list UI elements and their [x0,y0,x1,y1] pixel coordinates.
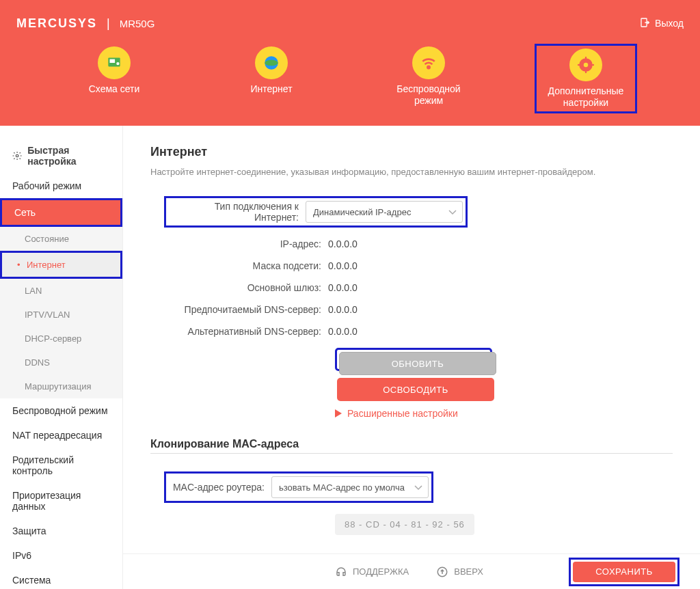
save-button[interactable]: СОХРАНИТЬ [573,562,675,582]
conn-type-highlight: Тип подключения к Интернет: Динамический… [164,196,468,228]
form-area: Тип подключения к Интернет: Динамический… [150,196,673,419]
renew-row: ОБНОВИТЬ [335,348,659,371]
page-title: Интернет [150,145,673,159]
sidebar-security[interactable]: Защита [0,519,122,543]
svg-point-13 [16,154,18,157]
renew-highlight: ОБНОВИТЬ [335,348,492,371]
select-value: Динамический IP-адрес [313,207,455,217]
mask-value: 0.0.0.0 [328,260,358,271]
sidebar-label: Интернет [27,260,66,270]
arrow-up-icon [436,566,448,578]
sidebar-label: Система [12,575,51,586]
header: MERCUSYS | MR50G Выход Схема сети Интерн… [0,0,700,126]
sidebar-wireless[interactable]: Беспроводной режим [0,398,122,423]
gw-value: 0.0.0.0 [328,282,358,293]
svg-rect-12 [591,64,594,66]
globe-icon [255,46,288,79]
topbar: MERCUSYS | MR50G Выход [0,0,700,34]
nav-label: Дополнительные настройки [543,85,628,109]
nav-internet[interactable]: Интернет [220,44,323,113]
svg-rect-11 [578,64,580,66]
mac-highlight: MAC-адрес роутера: ьзовать MAC-адрес по … [164,471,433,503]
mac-select[interactable]: ьзовать MAC-адрес по умолча [271,476,429,498]
bolt-icon [12,150,22,161]
sidebar-sub-ddns[interactable]: DDNS [0,351,122,374]
divider: | [107,16,110,31]
wifi-icon [412,46,445,79]
sidebar-label: DDNS [25,357,50,368]
nav-label: Интернет [250,83,292,95]
sidebar-mode[interactable]: Рабочий режим [0,174,122,198]
page-description: Настройте интернет-соединение, указывая … [150,166,673,178]
gear-icon [569,49,602,81]
chevron-down-icon [448,206,457,218]
sidebar-sub-status[interactable]: Состояние [0,227,122,251]
sidebar-sub-lan[interactable]: LAN [0,279,122,303]
sidebar-sub-routing[interactable]: Маршрутизация [0,374,122,398]
sidebar-label: Состояние [25,234,69,244]
select-value: ьзовать MAC-адрес по умолча [279,482,421,493]
sidebar-qos[interactable]: Приоритезация данных [0,483,122,519]
nav-network-map[interactable]: Схема сети [63,44,165,113]
sidebar-label: LAN [25,286,42,296]
sidebar-sub-dhcp[interactable]: DHCP-сервер [0,327,122,351]
release-row: ОСВОБОДИТЬ [337,378,659,401]
svg-point-5 [265,60,278,66]
ip-label: IP-адрес: [164,238,328,249]
renew-button[interactable]: ОБНОВИТЬ [339,352,496,375]
dns1-label: Предпочитаемый DNS-сервер: [164,304,328,315]
logout-icon [640,17,651,30]
conn-type-label: Тип подключения к Интернет: [169,201,306,223]
sidebar-network[interactable]: Сеть [0,198,122,227]
gw-label: Основной шлюз: [164,282,328,293]
nav-label: Беспроводной режим [384,83,473,107]
map-icon [98,46,131,79]
model-name: MR50G [120,18,155,29]
sidebar-label: Беспроводной режим [12,405,108,416]
sidebar-label: Сеть [14,207,36,218]
dns1-value: 0.0.0.0 [328,304,358,315]
conn-type-select[interactable]: Динамический IP-адрес [306,201,463,223]
sidebar-label: DHCP-сервер [25,333,81,344]
save-highlight: СОХРАНИТЬ [569,558,679,586]
dns2-value: 0.0.0.0 [328,326,358,337]
sidebar-label: Рабочий режим [12,180,81,191]
mask-label: Маска подсети: [164,260,328,271]
logout-link[interactable]: Выход [640,17,684,30]
mac-label: MAC-адрес роутера: [169,482,271,493]
top-label: ВВЕРХ [454,566,483,577]
svg-rect-10 [585,70,587,73]
nav-wireless[interactable]: Беспроводной режим [377,44,480,113]
sidebar-label: Защита [12,525,46,536]
sidebar-ipv6[interactable]: IPv6 [0,543,122,568]
sidebar-nat[interactable]: NAT переадресация [0,423,122,448]
support-label: ПОДДЕРЖКА [353,566,409,577]
advanced-settings-link[interactable]: Расширенные настройки [335,408,659,419]
sidebar-label: IPTV/VLAN [25,310,70,320]
svg-rect-2 [110,59,116,63]
sidebar-sub-iptv[interactable]: IPTV/VLAN [0,303,122,327]
footer-bar: ПОДДЕРЖКА ВВЕРХ СОХРАНИТЬ [123,553,700,589]
adv-link-label: Расширенные настройки [347,408,458,419]
dns2-label: Альтернативный DNS-сервер: [164,326,328,337]
sidebar-label: Маршрутизация [25,381,92,392]
conn-type-row: Тип подключения к Интернет: Динамический… [164,196,659,228]
sidebar-label: Приоритезация данных [12,490,110,512]
sidebar-label: Быстрая настройка [27,145,110,167]
top-link[interactable]: ВВЕРХ [436,566,483,578]
nav-advanced[interactable]: Дополнительные настройки [535,44,637,113]
sidebar-parental[interactable]: Родительский контроль [0,448,122,483]
svg-point-3 [116,62,119,65]
support-link[interactable]: ПОДДЕРЖКА [335,566,409,578]
nav-label: Схема сети [89,83,140,95]
sidebar-quick-setup[interactable]: Быстрая настройка [0,138,122,174]
ip-value: 0.0.0.0 [328,238,358,249]
sidebar-sub-internet[interactable]: Интернет [0,251,122,279]
play-icon [335,409,342,417]
sidebar-label: NAT переадресация [12,430,102,441]
body: Быстрая настройка Рабочий режим Сеть Сос… [0,126,700,589]
sidebar-system[interactable]: Система [0,568,122,589]
release-button[interactable]: ОСВОБОДИТЬ [337,378,494,401]
logout-label: Выход [655,18,684,29]
sidebar-label: IPv6 [12,550,31,561]
